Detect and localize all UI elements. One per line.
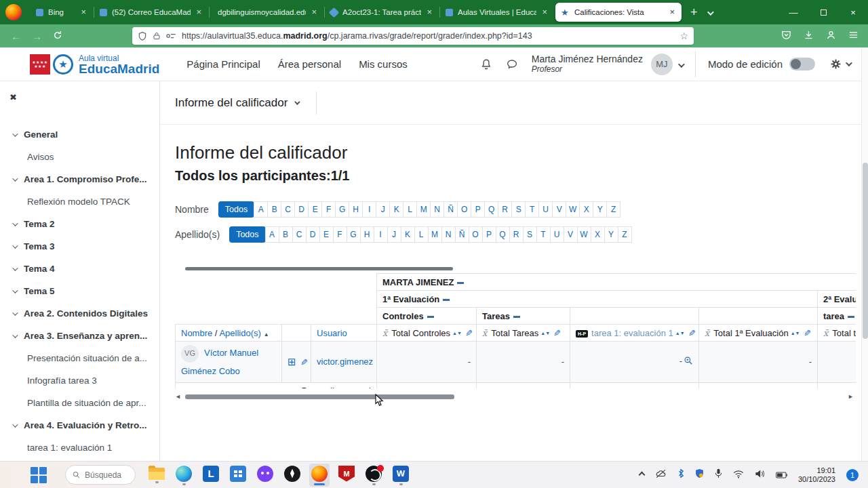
firefox-menu-icon[interactable]: [5, 4, 22, 20]
letter-filter[interactable]: E: [308, 201, 322, 218]
letter-filter[interactable]: A: [254, 201, 268, 218]
letter-filter[interactable]: W: [577, 226, 591, 243]
letter-filter[interactable]: D: [306, 226, 320, 243]
sidebar-item-tarea1[interactable]: tarea 1: evaluación 1: [0, 436, 159, 459]
scroll-left-arrow-icon[interactable]: ◄: [175, 393, 183, 400]
letter-filter[interactable]: F: [333, 226, 347, 243]
sidebar-section-area1[interactable]: Area 1. Compromiso Profe...: [0, 168, 159, 190]
sidebar-item-infografia[interactable]: Infografía tarea 3: [0, 369, 159, 392]
nav-pagina-principal[interactable]: Página Principal: [186, 58, 260, 70]
letter-filter[interactable]: P: [482, 226, 496, 243]
letter-filter[interactable]: B: [279, 226, 293, 243]
tab-close-icon[interactable]: ×: [79, 8, 87, 16]
letter-filter[interactable]: D: [294, 201, 309, 218]
sidebar-section-area4[interactable]: Area 4. Evaluación y Retro...: [0, 414, 159, 436]
user-block[interactable]: Marta Jiménez Hernández Profesor: [532, 54, 643, 75]
start-button[interactable]: [30, 466, 47, 484]
edge-icon[interactable]: [174, 464, 194, 487]
downloads-icon[interactable]: [804, 30, 814, 43]
letter-filter[interactable]: O: [469, 226, 483, 243]
page-vertical-scrollbar[interactable]: [861, 47, 868, 461]
letter-filter[interactable]: Z: [606, 201, 620, 218]
todos-filter-nombre[interactable]: Todos: [218, 201, 254, 218]
letter-filter[interactable]: U: [538, 201, 553, 218]
mcafee-icon[interactable]: M: [336, 464, 357, 487]
sidebar-section-tema4[interactable]: Tema 4: [0, 258, 159, 280]
taskbar-search[interactable]: [65, 465, 136, 485]
browser-tab-bing[interactable]: Bing ×: [31, 3, 93, 22]
letter-filter[interactable]: R: [498, 201, 512, 218]
horizontal-scrollbar-thumb[interactable]: [185, 394, 454, 399]
messages-chat-icon[interactable]: [506, 58, 518, 70]
lock-icon[interactable]: [153, 31, 161, 41]
browser-tab-correo[interactable]: (52) Correo EducaMadrid :: ×: [94, 3, 208, 22]
letter-filter[interactable]: I: [362, 201, 376, 218]
report-selector[interactable]: Informe del calificador: [175, 96, 288, 110]
letter-filter[interactable]: X: [579, 201, 593, 218]
permissions-icon[interactable]: [166, 32, 176, 40]
file-explorer-icon[interactable]: [146, 464, 167, 487]
bottom-horizontal-scrollbar[interactable]: ◄ ►: [175, 392, 856, 401]
letter-filter[interactable]: X: [591, 226, 605, 243]
grade-cell-total-eval1[interactable]: -: [699, 342, 818, 383]
compass-app-icon[interactable]: [282, 464, 302, 487]
bookmark-star-icon[interactable]: ☆: [679, 30, 688, 41]
grade-cell-tarea1[interactable]: -: [570, 342, 699, 383]
letter-filter[interactable]: H: [360, 226, 374, 243]
pencil-icon[interactable]: ✎: [688, 328, 696, 338]
letter-filter[interactable]: Q: [484, 201, 498, 218]
sort-by-usuario[interactable]: Usuario: [317, 328, 347, 338]
pencil-icon[interactable]: ✎: [553, 328, 561, 338]
letter-filter[interactable]: C: [281, 201, 295, 218]
back-button[interactable]: ←: [11, 30, 21, 42]
edit-mode-toggle[interactable]: [789, 58, 815, 70]
collapse-minus-icon[interactable]: [848, 316, 854, 318]
letter-filter[interactable]: Q: [496, 226, 510, 243]
l-app-icon[interactable]: L: [201, 464, 221, 487]
sidebar-item-reflexion-tpack[interactable]: Reflexión modelo TPACK: [0, 190, 159, 213]
notification-count-badge[interactable]: 1: [846, 469, 859, 481]
sort-by-nombre[interactable]: Nombre: [181, 328, 212, 338]
restore-button[interactable]: [808, 7, 838, 18]
letter-filter[interactable]: L: [414, 226, 429, 243]
sort-icon[interactable]: ▲▼: [452, 331, 462, 336]
tab-close-icon[interactable]: ×: [540, 8, 549, 16]
tab-list-chevron-icon[interactable]: [707, 6, 712, 18]
purple-app-icon[interactable]: [255, 464, 275, 487]
onedrive-paused-icon[interactable]: [655, 469, 667, 481]
letter-filter[interactable]: A: [265, 226, 279, 243]
collapse-minus-icon[interactable]: [513, 316, 520, 318]
sidebar-item-avisos[interactable]: Avisos: [0, 146, 159, 168]
sidebar-section-tema5[interactable]: Tema 5: [0, 280, 159, 302]
user-menu-chevron-icon[interactable]: [678, 58, 683, 70]
letter-filter[interactable]: I: [374, 226, 388, 243]
close-drawer-icon[interactable]: ✖: [9, 92, 17, 102]
letter-filter[interactable]: E: [319, 226, 334, 243]
tab-close-icon[interactable]: ×: [310, 8, 318, 16]
letter-filter[interactable]: M: [416, 201, 431, 218]
zoom-in-magnifier-icon[interactable]: [684, 356, 693, 367]
letter-filter[interactable]: J: [376, 201, 390, 218]
collapse-minus-icon[interactable]: [427, 316, 434, 318]
letter-filter[interactable]: H: [349, 201, 363, 218]
browser-tab-aulas[interactable]: Aulas Virtuales | EducaMad ×: [440, 3, 554, 22]
nav-mis-cursos[interactable]: Mis cursos: [359, 58, 408, 70]
letter-filter[interactable]: R: [509, 226, 524, 243]
pencil-icon[interactable]: ✎: [300, 357, 308, 367]
hidden-icons-chevron-icon[interactable]: [638, 472, 645, 479]
account-icon[interactable]: [826, 30, 836, 43]
collapse-minus-icon[interactable]: [443, 299, 450, 301]
scroll-right-arrow-icon[interactable]: ►: [848, 393, 856, 400]
new-tab-button[interactable]: +: [690, 5, 698, 20]
firefox-icon[interactable]: [309, 464, 330, 487]
letter-filter[interactable]: V: [564, 226, 578, 243]
microphone-icon[interactable]: [715, 468, 722, 481]
letter-filter[interactable]: F: [321, 201, 336, 218]
address-bar[interactable]: https://aulavirtual35.educa.madrid.org/c…: [132, 27, 694, 45]
letter-filter[interactable]: Ñ: [443, 201, 458, 218]
bluetooth-icon[interactable]: [677, 468, 684, 481]
tab-close-icon[interactable]: ×: [425, 8, 433, 16]
sort-by-apellido[interactable]: Apellido(s): [219, 328, 260, 338]
grade-cell-total-tareas[interactable]: -: [477, 342, 570, 383]
collapse-minus-icon[interactable]: [457, 282, 464, 284]
